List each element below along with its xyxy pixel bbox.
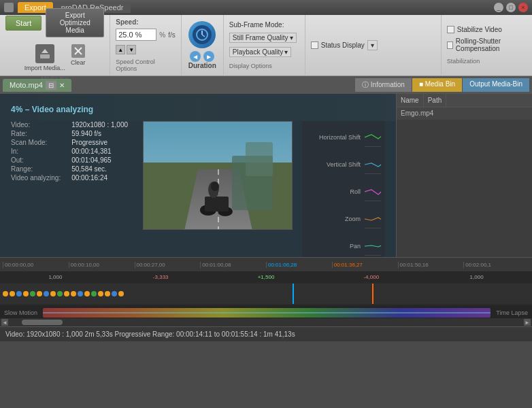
playback-quality-dropdown[interactable]: Playback Quality▾ xyxy=(229,47,291,57)
speed-section-label: Speed Control Options xyxy=(116,58,175,72)
tl-dot-1 xyxy=(10,291,15,296)
tab-restore-button[interactable]: ⊟ xyxy=(46,81,56,90)
import-label: Import Media... xyxy=(24,65,65,71)
display-options-label: Display Options xyxy=(229,63,299,69)
chart-roll: Roll xyxy=(306,180,381,204)
rolling-shutter-checkbox[interactable] xyxy=(447,41,453,49)
duration-circle-inner xyxy=(193,25,212,44)
timeline-dots xyxy=(0,284,127,304)
chart-label-v-shift: Vertical Shift xyxy=(306,161,361,168)
chart-label-zoom: Zoom xyxy=(306,216,361,222)
speed-label: Speed: xyxy=(116,18,175,26)
ruler-mark-6: 00:01:50,16 xyxy=(398,262,464,268)
maximize-button[interactable]: □ xyxy=(506,3,516,12)
info-label-video: Video: xyxy=(11,121,66,129)
info-value-in: 00:00:14,381 xyxy=(71,148,133,155)
import-media-button[interactable]: Import Media... xyxy=(24,44,65,71)
h-scrollbar[interactable]: ◄ ► xyxy=(0,318,532,326)
close-button[interactable]: × xyxy=(518,3,528,12)
rolling-shutter-label: Rolling-Shutter Compensation xyxy=(456,37,527,52)
clear-label: Clear xyxy=(71,59,86,66)
stabilize-video-checkbox[interactable] xyxy=(447,26,454,33)
stabilization-label: Stabilization xyxy=(447,58,527,65)
minimize-button[interactable]: _ xyxy=(494,3,503,12)
scrollbar-thumb[interactable] xyxy=(22,320,63,325)
stabilization-section: Stabilize Video Rolling-Shutter Compensa… xyxy=(442,15,532,75)
info-label-range: Range: xyxy=(11,165,66,173)
speed-input[interactable] xyxy=(116,29,156,41)
file-tab-moto[interactable]: Moto.mp4 ⊟ ✕ xyxy=(3,79,71,92)
start-button[interactable]: Start xyxy=(5,16,41,31)
toolbar-start-section: Start Export Optimized Media Import Medi… xyxy=(0,15,110,75)
tl-dot-7 xyxy=(50,291,56,296)
playback-quality-row: Playback Quality▾ xyxy=(229,47,299,57)
panel-tab-information[interactable]: ⓘ Information xyxy=(355,78,412,92)
speed-val-1: -3,333 xyxy=(108,274,214,280)
duration-forward-button[interactable]: ► xyxy=(203,51,214,62)
clear-button[interactable]: Clear xyxy=(71,44,86,71)
speed-val-2: +1,500 xyxy=(214,274,319,280)
tl-dot-15 xyxy=(105,291,110,296)
info-table: Video: 1920x1080 : 1,000 Rate: 59.940 f/… xyxy=(11,121,133,182)
analysis-body: Video: 1920x1080 : 1,000 Rate: 59.940 f/… xyxy=(11,121,385,257)
ruler-mark-2: 00:00:27,00 xyxy=(135,262,201,268)
duration-back-button[interactable]: ◄ xyxy=(190,51,201,62)
timeline-marker-in[interactable] xyxy=(293,284,294,304)
timeline-marker-out[interactable] xyxy=(372,284,373,304)
duration-circle xyxy=(188,21,216,48)
tab-close-button[interactable]: ✕ xyxy=(59,82,65,89)
status-display-checkbox[interactable] xyxy=(311,41,318,49)
slow-motion-bar: Slow Motion Time Lapse xyxy=(0,305,532,318)
analysis-info: Video: 1920x1080 : 1,000 Rate: 59.940 f/… xyxy=(11,121,133,257)
chart-label-h-shift: Horizontal Shift xyxy=(306,134,361,141)
still-frame-dropdown[interactable]: Still Frame Quality▾ xyxy=(229,33,297,43)
scrollbar-right-button[interactable]: ► xyxy=(524,319,531,326)
tl-dot-10 xyxy=(71,291,76,296)
speed-down-button[interactable]: ▲ xyxy=(116,45,125,54)
timeline-track[interactable] xyxy=(0,284,532,304)
chart-graph-h-shift xyxy=(365,128,381,147)
panel-tab-output-media-bin[interactable]: Output Media-Bin xyxy=(463,78,529,92)
svg-marker-1 xyxy=(41,49,48,53)
time-lapse-label: Time Lapse xyxy=(496,309,528,316)
chart-pan: Pan xyxy=(306,234,381,257)
status-display-dropdown[interactable]: ▾ xyxy=(367,40,378,50)
chart-zoom: Zoom xyxy=(306,207,381,231)
file-list-panel: Name Path Emgo.mp4 xyxy=(396,94,532,257)
speed-up-button[interactable]: ▼ xyxy=(127,45,136,54)
file-list-item[interactable]: Emgo.mp4 xyxy=(397,107,532,120)
speed-val-0: 1,000 xyxy=(3,274,108,280)
analysis-overlay: 4% – Video analyzing Video: 1920x1080 : … xyxy=(0,94,396,257)
col-header-name: Name xyxy=(397,94,424,107)
clear-icon xyxy=(71,44,85,58)
chart-label-roll: Roll xyxy=(306,188,361,195)
rolling-shutter-row: Rolling-Shutter Compensation xyxy=(447,37,527,52)
tl-dot-8 xyxy=(57,291,63,296)
display-section: Status Display ▾ xyxy=(305,15,442,75)
info-label-rate: Rate: xyxy=(11,130,66,137)
info-value-out: 00:01:04,965 xyxy=(71,156,133,164)
tl-dot-17 xyxy=(118,291,124,296)
tl-dot-9 xyxy=(64,291,69,296)
chart-graph-pan xyxy=(365,237,381,256)
still-frame-row: Still Frame Quality▾ xyxy=(229,33,299,43)
export-optimized-button[interactable]: Export Optimized Media xyxy=(46,8,104,37)
speed-val-3: -4,000 xyxy=(318,274,424,280)
panel-tab-media-bin[interactable]: ■ Media Bin xyxy=(412,78,462,92)
status-bar: Video: 1920x1080 : 1,000 2m 5,33s Progre… xyxy=(0,326,532,341)
speed-row: % f/s xyxy=(116,29,175,41)
info-label-scan: Scan Mode: xyxy=(11,139,66,146)
ruler-mark-0: 00:00:00,00 xyxy=(3,262,69,268)
subframe-section: Sub-Frame Mode: Still Frame Quality▾ Pla… xyxy=(224,15,305,75)
video-analysis-panel: 4% – Video analyzing Video: 1920x1080 : … xyxy=(0,94,396,257)
duration-label: Duration xyxy=(188,62,216,69)
scrollbar-left-button[interactable]: ◄ xyxy=(1,319,8,326)
info-value-video: 1920x1080 : 1,000 xyxy=(71,121,133,129)
stabilize-video-label: Stabilize Video xyxy=(457,26,502,33)
charts-panel: Horizontal Shift Vertical Shift xyxy=(302,121,385,257)
svg-line-6 xyxy=(202,35,205,37)
tl-dot-16 xyxy=(112,291,117,296)
info-value-rate: 59.940 f/s xyxy=(71,130,133,137)
chart-horizontal-shift: Horizontal Shift xyxy=(306,125,381,150)
ruler-mark-7: 00:02:00,1 xyxy=(463,262,529,268)
